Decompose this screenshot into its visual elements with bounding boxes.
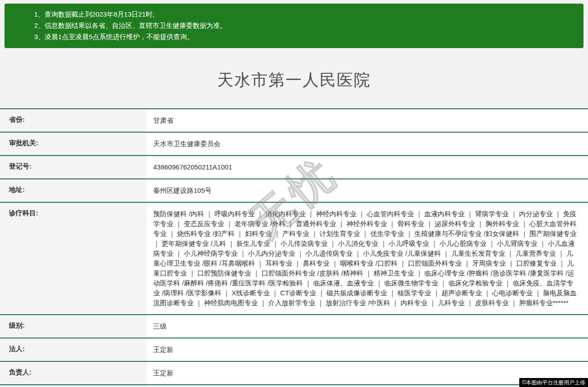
- row-registration-number: 登记号: 4386096762050211A1001: [0, 156, 588, 179]
- row-diagnosis-subjects-label: 诊疗科目:: [0, 203, 147, 314]
- row-province-label: 省份:: [0, 109, 147, 132]
- row-province: 省份: 甘肃省: [0, 109, 588, 133]
- row-registration-number-label: 登记号:: [0, 156, 147, 178]
- notice-line-1: 1、查询数据截止到2023年8月13日21时;: [34, 9, 575, 20]
- uploader-badge: ©本图由平台注册用户上传: [519, 378, 588, 387]
- row-person-in-charge-label: 负责人:: [0, 362, 147, 384]
- row-diagnosis-subjects: 诊疗科目: 预防保健科 /内科 ｜ 呼吸内科专业 ｜ 消化内科专业 ｜ 神经内科…: [0, 203, 588, 315]
- row-license-validity: 执业许可证有效期: 2020/4/14 -至- 2033/10/14: [0, 385, 588, 387]
- row-diagnosis-subjects-value: 预防保健科 /内科 ｜ 呼吸内科专业 ｜ 消化内科专业 ｜ 神经内科专业 ｜ 心…: [147, 203, 588, 314]
- notice-banner: 1、查询数据截止到2023年8月13日21时; 2、信息数据结果以各省、自治区、…: [4, 4, 584, 48]
- row-legal-person: 法人: 王定新: [0, 338, 588, 362]
- row-address-value: 秦州区建设路105号: [147, 179, 588, 202]
- row-level-label: 级别:: [0, 315, 147, 338]
- row-address-label: 地址:: [0, 179, 147, 202]
- hospital-details-table: 省份: 甘肃省 审批机关: 天水市卫生健康委员会 登记号: 4386096762…: [0, 108, 588, 387]
- row-approval-authority-label: 审批机关:: [0, 133, 147, 155]
- row-approval-authority-value: 天水市卫生健康委员会: [147, 133, 588, 155]
- notice-line-2: 2、信息数据结果以各省、自治区、直辖市卫生健康委数据为准。: [34, 20, 575, 31]
- row-person-in-charge: 负责人: 王定新: [0, 362, 588, 385]
- row-registration-number-value: 4386096762050211A1001: [147, 156, 588, 178]
- notice-line-3: 3、凌晨1点至凌晨5点系统进行维护，不能提供查询。: [34, 31, 575, 42]
- row-address: 地址: 秦州区建设路105号: [0, 179, 588, 203]
- row-legal-person-value: 王定新: [147, 338, 588, 361]
- row-approval-authority: 审批机关: 天水市卫生健康委员会: [0, 133, 588, 156]
- row-license-validity-label: 执业许可证有效期:: [0, 385, 147, 387]
- row-legal-person-label: 法人:: [0, 338, 147, 361]
- row-level: 级别: 三级: [0, 315, 588, 338]
- row-province-value: 甘肃省: [147, 109, 588, 132]
- page-title: 天水市第一人民医院: [0, 69, 588, 91]
- row-level-value: 三级: [147, 315, 588, 338]
